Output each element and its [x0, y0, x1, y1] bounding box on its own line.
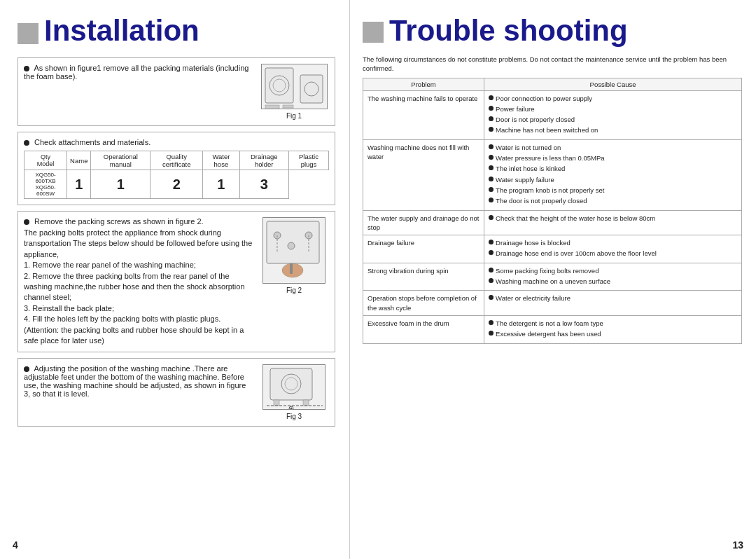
installation-panel: Installation As shown in figure1 remove … — [0, 0, 350, 559]
fig1-image-container: Fig 1 — [259, 64, 329, 120]
cause-item: Drainage hose end is over 100cm above th… — [489, 249, 737, 258]
cause-item: Water or electricity failure — [489, 294, 737, 303]
cause-text: Drainage hose end is over 100cm above th… — [496, 249, 657, 258]
table-row: Excessive foam in the drumThe detergent … — [363, 315, 742, 343]
cause-text: Water pressure is less than 0.05MPa — [496, 153, 604, 163]
cause-dot — [489, 240, 493, 244]
cause-item: The inlet hose is kinked — [489, 164, 737, 173]
cause-text: Door is not properly closed — [496, 115, 575, 124]
fig3-label: Fig 3 — [286, 413, 302, 420]
cause-text: The program knob is not properly set — [496, 186, 604, 195]
cause-item: The door is not properly closed — [489, 196, 737, 205]
cause-dot — [489, 95, 493, 100]
parts-table: QtyModel Name Operational manual Quality… — [24, 151, 329, 199]
problem-cell: The washing machine fails to operate — [363, 90, 484, 139]
fig2-image-container: Fig 2 — [259, 217, 329, 346]
cause-dot — [489, 215, 493, 220]
cause-item: The program knob is not properly set — [489, 186, 737, 195]
model-1: XQG50-600TXBXQG50-600SW — [24, 170, 67, 199]
cause-dot — [489, 268, 493, 272]
val-1-water: 2 — [150, 170, 203, 199]
fig1-svg — [261, 64, 328, 109]
val-1-drain: 1 — [203, 170, 239, 199]
cause-text: Power failure — [496, 104, 534, 113]
cause-item: Water pressure is less than 0.05MPa — [489, 153, 737, 163]
val-1-op: 1 — [67, 170, 91, 199]
col-problem: Problem — [363, 78, 484, 90]
cause-text: Water supply failure — [496, 175, 554, 184]
troubleshooting-panel: Trouble shooting The following circumsta… — [350, 0, 756, 559]
problem-cell: The water supply and drainage do not sto… — [363, 210, 484, 235]
page-number-left: 4 — [13, 539, 18, 551]
table-row: Washing machine does not fill with water… — [363, 139, 742, 210]
cause-dot — [489, 165, 493, 170]
cause-item: Machine has not been switched on — [489, 125, 737, 134]
cause-cell: Some packing fixing bolts removedWashing… — [484, 263, 742, 291]
cause-text: Washing machine on a uneven surface — [496, 277, 610, 286]
col-op-manual: Operational manual — [91, 151, 150, 170]
cause-dot — [489, 278, 493, 283]
col-water: Water hose — [203, 151, 239, 170]
cause-item: Check that the height of the water hose … — [489, 214, 737, 223]
install-section-1: As shown in figure1 remove all the packi… — [18, 57, 335, 126]
problem-cell: Operation stops before completion of the… — [363, 291, 484, 316]
cause-dot — [489, 116, 493, 121]
table-row: Strong vibration during spinSome packing… — [363, 263, 742, 291]
cause-text: The door is not properly closed — [496, 196, 587, 205]
section4-text: Adjusting the position of the washing ma… — [24, 364, 246, 398]
problem-cell: Strong vibration during spin — [363, 263, 484, 291]
cause-text: The detergent is not a low foam type — [496, 319, 603, 328]
cause-text: Water or electricity failure — [496, 294, 570, 303]
table-row: Drainage failureDrainage hose is blocked… — [363, 235, 742, 263]
table-row: Operation stops before completion of the… — [363, 291, 742, 316]
cause-text: Water is not turned on — [496, 143, 561, 152]
fig2-svg — [262, 217, 326, 284]
cause-dot — [489, 177, 493, 181]
col-drainage: Drainage holder — [239, 151, 288, 170]
svg-point-22 — [290, 408, 293, 410]
cause-dot — [489, 198, 493, 202]
install-section-4: Adjusting the position of the washing ma… — [18, 358, 335, 427]
section1-text: As shown in figure1 remove all the packi… — [24, 64, 248, 81]
troubleshooting-title: Trouble shooting — [389, 14, 628, 48]
cause-dot — [489, 155, 493, 160]
cause-cell: Drainage hose is blockedDrainage hose en… — [484, 235, 742, 263]
cause-text: Some packing fixing bolts removed — [496, 266, 598, 275]
trouble-table: Problem Possible Cause The washing machi… — [363, 78, 742, 344]
cause-text: Check that the height of the water hose … — [496, 214, 655, 223]
val-1-plastic: 3 — [239, 170, 288, 199]
svg-rect-15 — [270, 368, 312, 400]
cause-item: Drainage hose is blocked — [489, 238, 737, 247]
cause-item: The detergent is not a low foam type — [489, 319, 737, 328]
cause-item: Washing machine on a uneven surface — [489, 277, 737, 286]
cause-dot — [489, 106, 493, 111]
cause-dot — [489, 331, 493, 336]
install-section-2: Check attachments and materials. QtyMode… — [18, 132, 335, 205]
cause-item: Door is not properly closed — [489, 115, 737, 124]
svg-point-10 — [288, 242, 295, 249]
page-number-right: 13 — [732, 539, 743, 551]
svg-rect-7 — [267, 221, 319, 263]
cause-item: Excessive detergent has been used — [489, 329, 737, 338]
svg-rect-18 — [274, 400, 279, 406]
fig2-label: Fig 2 — [286, 287, 302, 294]
bullet-dot-2 — [24, 140, 29, 146]
table-row: XQG50-600TXBXQG50-600SW 1 1 2 1 3 — [24, 170, 329, 199]
col-qty: QtyModel — [24, 151, 67, 170]
svg-rect-5 — [265, 105, 279, 109]
cause-dot — [489, 127, 493, 132]
problem-cell: Washing machine does not fill with water — [363, 139, 484, 210]
col-name: Name — [67, 151, 91, 170]
section3-text: The packing bolts protect the appliance … — [24, 228, 253, 346]
svg-rect-14 — [290, 263, 293, 274]
svg-rect-6 — [283, 105, 293, 108]
cause-cell: Check that the height of the water hose … — [484, 210, 742, 235]
cause-cell: Water is not turned onWater pressure is … — [484, 139, 742, 210]
bullet-dot-1 — [24, 66, 29, 71]
table-row: The water supply and drainage do not sto… — [363, 210, 742, 235]
section3-bullet: Remove the packing screws as shown in fi… — [34, 217, 204, 226]
cause-text: Poor connection to power supply — [496, 94, 592, 103]
cause-dot — [489, 295, 493, 300]
fig3-image-container: Fig 3 — [259, 364, 329, 420]
cause-item: Some packing fixing bolts removed — [489, 266, 737, 275]
